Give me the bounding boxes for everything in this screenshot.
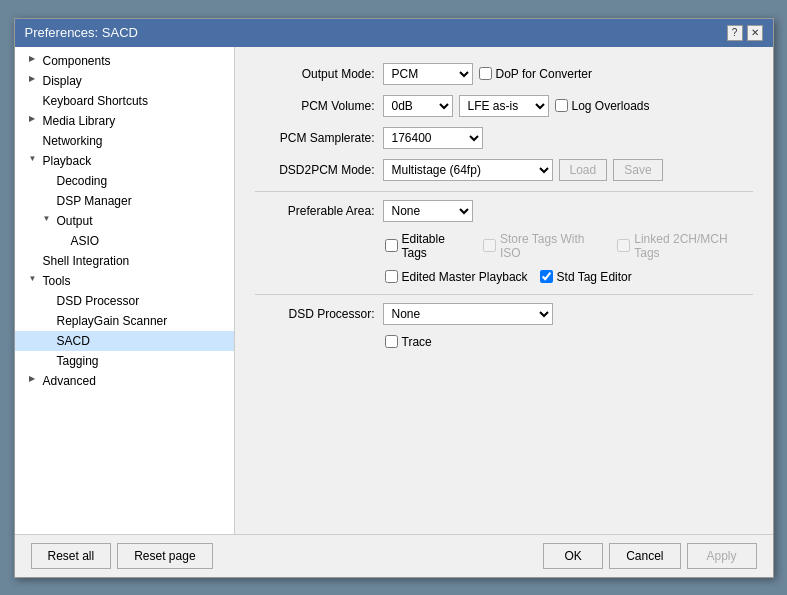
title-bar: Preferences: SACD ? ✕ (15, 19, 773, 47)
sidebar-item-tools[interactable]: ▼ Tools (15, 271, 234, 291)
preferable-area-row: Preferable Area: None 2CH MCH (255, 200, 753, 222)
store-tags-iso-text: Store Tags With ISO (500, 232, 605, 260)
sidebar-item-dsd-processor[interactable]: DSD Processor (15, 291, 234, 311)
editable-tags-row: Editable Tags Store Tags With ISO Linked… (385, 232, 753, 260)
dop-checkbox-label[interactable]: DoP for Converter (479, 67, 593, 81)
dsd2pcm-select[interactable]: Multistage (64fp) Single Stage None (383, 159, 553, 181)
label-keyboard: Keyboard Shortcuts (43, 94, 148, 108)
dsd-processor-controls: None (383, 303, 553, 325)
sidebar-item-replaygain[interactable]: ReplayGain Scanner (15, 311, 234, 331)
pcm-volume-select[interactable]: 0dB -3dB -6dB (383, 95, 453, 117)
std-tag-editor-text: Std Tag Editor (557, 270, 632, 284)
sidebar-item-output[interactable]: ▼ Output (15, 211, 234, 231)
preferable-area-label: Preferable Area: (255, 204, 375, 218)
toggle-playback: ▼ (29, 154, 43, 168)
sidebar-item-playback[interactable]: ▼ Playback (15, 151, 234, 171)
std-tag-editor-checkbox[interactable] (540, 270, 553, 283)
ok-button[interactable]: OK (543, 543, 603, 569)
label-playback: Playback (43, 154, 92, 168)
dsd2pcm-controls: Multistage (64fp) Single Stage None Load… (383, 159, 663, 181)
label-advanced: Advanced (43, 374, 96, 388)
reset-page-button[interactable]: Reset page (117, 543, 212, 569)
toggle-keyboard (29, 94, 43, 108)
dop-checkbox[interactable] (479, 67, 492, 80)
dsd2pcm-label: DSD2PCM Mode: (255, 163, 375, 177)
sidebar-item-components[interactable]: ▶ Components (15, 51, 234, 71)
log-overloads-checkbox[interactable] (555, 99, 568, 112)
label-dsd-proc: DSD Processor (57, 294, 140, 308)
store-tags-iso-checkbox[interactable] (483, 239, 496, 252)
trace-text: Trace (402, 335, 432, 349)
editable-tags-checkbox[interactable] (385, 239, 398, 252)
linked-2ch-mch-checkbox[interactable] (617, 239, 630, 252)
linked-2ch-mch-label[interactable]: Linked 2CH/MCH Tags (617, 232, 752, 260)
trace-checkbox[interactable] (385, 335, 398, 348)
sidebar-item-keyboard-shortcuts[interactable]: Keyboard Shortcuts (15, 91, 234, 111)
toggle-media: ▶ (29, 114, 43, 128)
dsd2pcm-row: DSD2PCM Mode: Multistage (64fp) Single S… (255, 159, 753, 181)
sidebar-item-media-library[interactable]: ▶ Media Library (15, 111, 234, 131)
edited-master-checkbox[interactable] (385, 270, 398, 283)
reset-all-button[interactable]: Reset all (31, 543, 112, 569)
output-mode-select[interactable]: PCM DSD DSD+PCM (383, 63, 473, 85)
label-output: Output (57, 214, 93, 228)
close-button[interactable]: ✕ (747, 25, 763, 41)
label-shell: Shell Integration (43, 254, 130, 268)
preferable-area-select[interactable]: None 2CH MCH (383, 200, 473, 222)
pcm-volume-controls: 0dB -3dB -6dB LFE as-is LFE +10dB Log Ov… (383, 95, 650, 117)
label-tools: Tools (43, 274, 71, 288)
title-bar-buttons: ? ✕ (727, 25, 763, 41)
cancel-button[interactable]: Cancel (609, 543, 680, 569)
preferable-area-controls: None 2CH MCH (383, 200, 473, 222)
sidebar: ▶ Components ▶ Display Keyboard Shortcut… (15, 47, 235, 534)
trace-label[interactable]: Trace (385, 335, 432, 349)
pcm-samplerate-row: PCM Samplerate: 44100 88200 176400 35280… (255, 127, 753, 149)
output-mode-row: Output Mode: PCM DSD DSD+PCM DoP for Con… (255, 63, 753, 85)
std-tag-editor-label[interactable]: Std Tag Editor (540, 270, 632, 284)
save-button[interactable]: Save (613, 159, 662, 181)
log-overloads-label[interactable]: Log Overloads (555, 99, 650, 113)
dialog-title: Preferences: SACD (25, 25, 138, 40)
toggle-replaygain (43, 314, 57, 328)
pcm-samplerate-controls: 44100 88200 176400 352800 (383, 127, 483, 149)
bottom-bar: Reset all Reset page OK Cancel Apply (15, 534, 773, 577)
label-decoding: Decoding (57, 174, 108, 188)
editable-tags-label[interactable]: Editable Tags (385, 232, 472, 260)
edited-master-label[interactable]: Edited Master Playback (385, 270, 528, 284)
sidebar-item-advanced[interactable]: ▶ Advanced (15, 371, 234, 391)
sidebar-item-sacd[interactable]: SACD (15, 331, 234, 351)
sidebar-item-dsp-manager[interactable]: DSP Manager (15, 191, 234, 211)
separator-1 (255, 191, 753, 192)
toggle-tools: ▼ (29, 274, 43, 288)
sidebar-item-shell-integration[interactable]: Shell Integration (15, 251, 234, 271)
bottom-right-buttons: OK Cancel Apply (543, 543, 756, 569)
trace-row: Trace (385, 335, 753, 349)
preferences-dialog: Preferences: SACD ? ✕ ▶ Components ▶ Dis… (14, 18, 774, 578)
load-button[interactable]: Load (559, 159, 608, 181)
label-display: Display (43, 74, 82, 88)
toggle-shell (29, 254, 43, 268)
label-asio: ASIO (71, 234, 100, 248)
toggle-tagging (43, 354, 57, 368)
label-tagging: Tagging (57, 354, 99, 368)
sidebar-item-decoding[interactable]: Decoding (15, 171, 234, 191)
apply-button[interactable]: Apply (687, 543, 757, 569)
label-media: Media Library (43, 114, 116, 128)
store-tags-iso-label[interactable]: Store Tags With ISO (483, 232, 605, 260)
sidebar-item-networking[interactable]: Networking (15, 131, 234, 151)
dialog-body: ▶ Components ▶ Display Keyboard Shortcut… (15, 47, 773, 534)
help-button[interactable]: ? (727, 25, 743, 41)
sidebar-item-display[interactable]: ▶ Display (15, 71, 234, 91)
sidebar-item-tagging[interactable]: Tagging (15, 351, 234, 371)
pcm-samplerate-label: PCM Samplerate: (255, 131, 375, 145)
toggle-dsp (43, 194, 57, 208)
label-replaygain: ReplayGain Scanner (57, 314, 168, 328)
sidebar-item-asio[interactable]: ASIO (15, 231, 234, 251)
dsd-processor-select[interactable]: None (383, 303, 553, 325)
log-overloads-text: Log Overloads (572, 99, 650, 113)
output-mode-controls: PCM DSD DSD+PCM DoP for Converter (383, 63, 593, 85)
edited-master-row: Edited Master Playback Std Tag Editor (385, 270, 753, 284)
pcm-volume-row: PCM Volume: 0dB -3dB -6dB LFE as-is LFE … (255, 95, 753, 117)
pcm-samplerate-select[interactable]: 44100 88200 176400 352800 (383, 127, 483, 149)
lfe-select[interactable]: LFE as-is LFE +10dB (459, 95, 549, 117)
